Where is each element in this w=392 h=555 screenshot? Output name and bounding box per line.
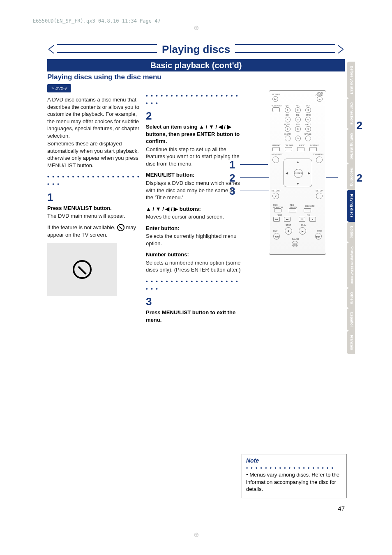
keypad-2: 2 [295, 107, 301, 113]
remote-label-repeat: REPEAT [272, 144, 281, 147]
sub-title-bar: Basic playback (cont'd) [47, 59, 345, 71]
callout-lead [240, 191, 271, 191]
svg-line-7 [338, 49, 344, 53]
remote-label-menulist: MENU/LIST [272, 153, 283, 156]
menulist-heading: MENU/LIST button: [146, 171, 241, 179]
tab-espanol: Español [347, 308, 355, 331]
svg-line-0 [48, 45, 54, 49]
remote-label-return: RETURN [272, 189, 280, 192]
remote-label-topmenu: TOP MENU [313, 153, 323, 156]
step-1-body: The DVD main menu will appear. [47, 212, 143, 220]
keypad-label-8: TUV [296, 123, 300, 126]
audio-button [297, 147, 304, 151]
side-tabs: Before you start Connections Getting sta… [347, 62, 355, 354]
remote-label-skip: SKIP [277, 214, 282, 216]
keypad-label-9: WXYZ [305, 123, 311, 126]
remote-label-fwd: FWD [317, 230, 322, 232]
vcrplus-button [272, 107, 280, 112]
dpad-frame: ENTER ▲ ▼ ◀ ▶ [284, 159, 312, 187]
arrow-buttons-body: Moves the cursor around screen. [146, 213, 241, 221]
note-box: Note • • • • • • • • • • • • • • • • • •… [242, 454, 347, 498]
rec-monitor-button [274, 208, 281, 212]
step-1-heading: Press MENU/LIST button. [47, 205, 143, 212]
keypad-label-clear: CLEAR [284, 133, 291, 135]
main-title-bar: Playing discs [47, 41, 345, 58]
divider-dots: • • • • • • • • • • • • • • • • • • • • … [47, 173, 143, 187]
rec-otr-button [304, 208, 311, 212]
remote-label-pause: PAUSE [292, 238, 299, 240]
tab-others: Others [347, 288, 355, 308]
dpad-down-icon: ▼ [296, 182, 300, 186]
title-line-right [235, 43, 335, 54]
keypad-9: 9 [305, 126, 311, 132]
enter-button-icon: ENTER [294, 169, 303, 178]
remote-label-setup: SETUP [316, 189, 323, 192]
eject-button-icon: ⏏ [317, 96, 323, 102]
keypad-8: 8 [295, 126, 301, 132]
rev-button-icon: ◀◀ [273, 233, 280, 240]
keypad-label-7: PQRS [284, 123, 290, 126]
pause-button-icon: ❚❚ [292, 241, 298, 247]
stop-button-icon: ■ [285, 227, 292, 235]
remote-label-power: POWER [272, 93, 280, 96]
keypad-4: 4 [285, 117, 291, 122]
step-2-body: Continue this step to set up all the fea… [146, 146, 241, 168]
skip-back-button-icon: ⏮ [273, 217, 280, 222]
tab-getting-started: Getting started [347, 129, 355, 164]
dpad-up-icon: ▲ [296, 160, 300, 164]
column-1: A DVD disc contains a disc menu that des… [47, 95, 143, 296]
svg-line-6 [338, 45, 344, 49]
keypad-label-3: DEF [306, 104, 310, 107]
remote-control-illustration: POWER ⏻ OPEN CLOSE ⏏ VCR Plus+ @/: ABC D… [269, 90, 326, 255]
dpad-left-icon: ◀ [286, 171, 288, 175]
keypad-7: 7 [285, 126, 291, 132]
remote-label-cmskip: CM SKIP [285, 144, 293, 147]
remote-label-rev: REV [273, 230, 277, 232]
note-dots: • • • • • • • • • • • • • • • • • • • [246, 465, 342, 471]
keypad-label-space: SPACE [304, 133, 311, 135]
remote-label-audio: AUDIO [299, 144, 305, 147]
keypad-1: 1 [285, 107, 291, 113]
callout-left-3: 3 [229, 185, 235, 198]
callout-right-2: 2 [357, 172, 362, 184]
keypad-space [305, 136, 311, 141]
callout-left-1: 1 [229, 159, 235, 171]
tab-before-you-start: Before you start [347, 62, 355, 98]
crop-mark-icon: ⊕ [194, 531, 199, 539]
remote-label-stop: STOP [286, 224, 291, 226]
keypad-label-6: MNO [306, 114, 311, 116]
step-2-heading: Select an item using ▲ / ▼ / ◀ / ▶ butto… [146, 123, 241, 145]
cmskip-button [285, 147, 292, 151]
ch-down-button-icon: ▼ [299, 217, 305, 222]
divider-dots: • • • • • • • • • • • • • • • • • • • • … [146, 278, 241, 292]
intro-para-1: A DVD disc contains a disc menu that des… [47, 96, 143, 139]
step-3-heading: Press MENU/LIST button to exit the menu. [146, 309, 241, 323]
not-available-icon-large [73, 260, 92, 279]
unavailable-text-a: If the feature is not available, [47, 224, 115, 230]
callout-left-2: 2 [229, 172, 235, 184]
remote-label-ch: CH [307, 214, 310, 216]
chevron-left-icon [47, 44, 57, 55]
repeat-button [272, 147, 280, 151]
file-path-header: E6550UD(EN_SP_FR).qx3 04.8.10 11:34 Page… [33, 18, 161, 24]
skip-fwd-button-icon: ⏭ [284, 217, 291, 222]
return-button-icon: ↶ [272, 193, 279, 199]
menu-list-button-icon [272, 157, 279, 163]
play-button-icon: ▶ [299, 227, 306, 235]
tab-playing-discs: Playing discs [347, 190, 355, 222]
step-1-number: 1 [47, 190, 143, 205]
enter-button-body: Selects the currently highlighted menu o… [146, 233, 241, 247]
keypad-6: 6 [305, 117, 311, 122]
title-line-left [57, 43, 157, 54]
ch-up-button-icon: ▲ [309, 217, 316, 222]
remote-label-vcrplus: VCR Plus+ [272, 104, 282, 107]
dpad-right-icon: ▶ [308, 171, 310, 175]
display-button [309, 147, 317, 151]
page-title: Playing discs [157, 43, 235, 56]
step-2-number: 2 [146, 109, 241, 123]
svg-line-1 [48, 49, 54, 53]
section-heading: Playing discs using the disc menu [47, 73, 161, 81]
top-menu-button-icon [316, 157, 323, 163]
note-body: • Menus vary among discs. Refer to the i… [246, 471, 342, 493]
callout-lead [240, 164, 268, 165]
